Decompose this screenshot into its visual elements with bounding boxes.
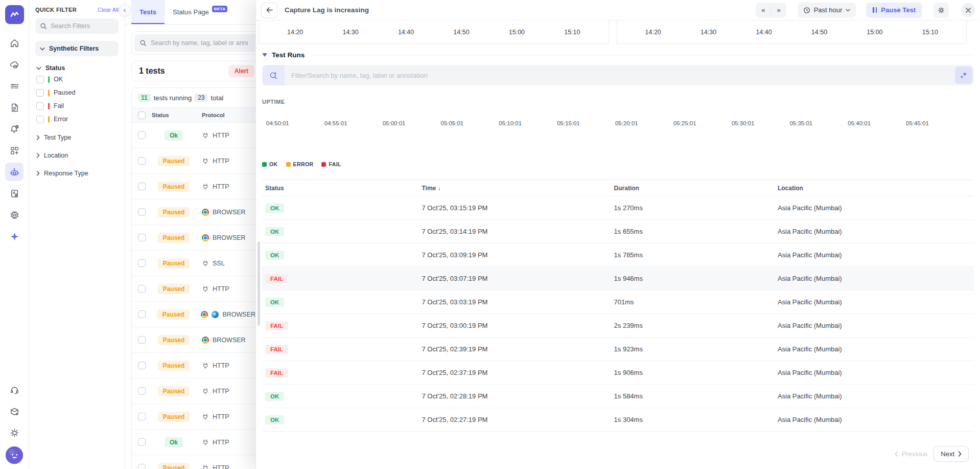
test-row[interactable]: Ok HTTP [132, 430, 262, 455]
test-protocol-label: HTTP [213, 362, 229, 369]
test-row[interactable]: Paused HTTP [132, 455, 262, 469]
run-row[interactable]: OK 7 Oct'25, 02:28:19 PM 1s 584ms Asia P… [262, 385, 974, 408]
test-row[interactable]: Paused HTTP [132, 404, 262, 430]
rail-item-logs[interactable] [5, 77, 24, 95]
pause-test-button[interactable]: Pause Test [866, 3, 922, 18]
tests-search-box[interactable] [134, 34, 259, 52]
test-row[interactable]: Paused BROWSER [132, 327, 262, 353]
row-checkbox[interactable] [138, 234, 146, 241]
tab-status-page[interactable]: Status Page BETA [165, 0, 236, 24]
collapse-filters-button[interactable]: ‹ [119, 4, 131, 16]
run-location: Asia Pacific (Mumbai) [775, 392, 974, 400]
rail-item-home[interactable] [5, 34, 24, 52]
ai-filter-button[interactable] [955, 66, 972, 84]
test-row[interactable]: Paused BROWSER [132, 225, 262, 251]
row-checkbox[interactable] [138, 362, 146, 369]
rail-item-documents[interactable] [5, 98, 24, 117]
alert-filter-badge[interactable]: Alert [228, 65, 254, 77]
rail-item-settings[interactable] [5, 423, 24, 442]
test-row[interactable]: Paused HTTP [132, 174, 262, 199]
tab-tests[interactable]: Tests [131, 0, 165, 24]
overlay-scrollbar-thumb[interactable] [258, 241, 260, 326]
rail-item-services[interactable] [5, 55, 24, 74]
row-checkbox[interactable] [138, 310, 146, 318]
filter-section-collapsed[interactable]: Location [35, 149, 119, 162]
status-option-row[interactable]: Paused [35, 86, 119, 99]
test-row[interactable]: Paused HTTP [132, 353, 262, 378]
run-row[interactable]: OK 7 Oct'25, 03:03:19 PM 701ms Asia Paci… [262, 291, 974, 314]
chart-panel-right[interactable]: 14:2014:3014:4014:5015:0015:10 [617, 20, 967, 44]
run-row[interactable]: OK 7 Oct'25, 02:27:19 PM 1s 304ms Asia P… [262, 408, 974, 432]
axis-tick: 15:00 [509, 29, 525, 36]
test-row[interactable]: Ok HTTP [132, 123, 262, 148]
rail-item-rum[interactable] [5, 184, 24, 203]
rail-item-ai-assistant[interactable] [5, 227, 24, 245]
shift-back-button[interactable]: « [756, 3, 771, 18]
test-settings-button[interactable] [934, 3, 949, 18]
rail-item-dashboards[interactable] [5, 141, 24, 160]
run-row[interactable]: OK 7 Oct'25, 03:14:19 PM 1s 655ms Asia P… [262, 220, 974, 243]
row-checkbox[interactable] [138, 208, 146, 216]
filter-section-collapsed[interactable]: Response Type [35, 167, 119, 180]
test-row[interactable]: Paused BROWSER [132, 199, 262, 225]
row-checkbox[interactable] [138, 464, 146, 469]
status-option-row[interactable]: OK [35, 73, 119, 86]
row-checkbox[interactable] [138, 413, 146, 420]
test-row[interactable]: Paused HTTP [132, 276, 262, 302]
row-checkbox[interactable] [138, 183, 146, 190]
run-row[interactable]: FAIL 7 Oct'25, 03:00:19 PM 2s 239ms Asia… [262, 314, 974, 338]
rail-item-alerts[interactable] [5, 120, 24, 138]
status-option-row[interactable]: Error [35, 113, 119, 126]
row-checkbox[interactable] [138, 259, 146, 267]
run-row[interactable]: OK 7 Oct'25, 03:15:19 PM 1s 270ms Asia P… [262, 196, 974, 220]
row-checkbox[interactable] [138, 285, 146, 293]
back-button[interactable] [261, 3, 277, 18]
rail-item-synthetic-monitoring[interactable] [5, 163, 24, 181]
filter-search-box[interactable] [35, 18, 119, 34]
chart-panel-left[interactable]: 14:2014:3014:4014:5015:0015:10 [259, 20, 609, 44]
tests-search-input[interactable] [151, 39, 248, 47]
select-all-checkbox[interactable] [138, 111, 146, 119]
shift-forward-button[interactable]: » [771, 3, 786, 18]
time-range-dropdown[interactable]: Past hour [798, 3, 856, 18]
run-row[interactable]: OK 7 Oct'25, 03:09:19 PM 1s 785ms Asia P… [262, 243, 974, 267]
status-checkbox[interactable] [36, 76, 44, 83]
run-row[interactable]: FAIL 7 Oct'25, 02:37:19 PM 1s 906ms Asia… [262, 361, 974, 385]
test-row[interactable]: Paused SSL [132, 251, 262, 276]
test-row[interactable]: Paused HTTP [132, 378, 262, 404]
runs-filter-input[interactable] [285, 72, 955, 79]
synthetic-filters-section[interactable]: Synthetic Filters [35, 41, 119, 56]
test-row[interactable]: Paused HTTP [132, 148, 262, 174]
status-checkbox[interactable] [36, 116, 44, 123]
test-status-badge: Paused [157, 309, 190, 320]
app-logo[interactable] [5, 5, 24, 24]
run-row[interactable]: FAIL 7 Oct'25, 02:39:19 PM 1s 923ms Asia… [262, 338, 974, 361]
column-time-sortable[interactable]: Time ↓ [418, 185, 611, 192]
run-row[interactable]: FAIL 7 Oct'25, 03:07:19 PM 1s 946ms Asia… [262, 267, 974, 291]
status-checkbox[interactable] [36, 102, 44, 110]
row-checkbox[interactable] [138, 157, 146, 165]
close-overlay-button[interactable] [961, 3, 975, 17]
rail-item-integrations[interactable] [5, 402, 24, 420]
collapse-triangle-icon[interactable] [262, 53, 267, 57]
run-time: 7 Oct'25, 02:37:19 PM [418, 369, 611, 376]
next-page-button[interactable]: Next [934, 446, 969, 462]
column-status: Status [152, 112, 196, 118]
rail-item-support[interactable] [5, 381, 24, 399]
row-checkbox[interactable] [138, 336, 146, 344]
filter-section-collapsed[interactable]: Test Type [35, 131, 119, 144]
run-location: Asia Pacific (Mumbai) [775, 345, 974, 353]
previous-page-button[interactable]: Previous [895, 450, 928, 458]
rail-item-infrastructure[interactable] [5, 206, 24, 224]
status-checkbox[interactable] [36, 89, 44, 97]
test-row[interactable]: Paused BROWSER [132, 302, 262, 327]
status-section[interactable]: Status [35, 63, 119, 73]
row-checkbox[interactable] [138, 438, 146, 446]
status-option-row[interactable]: Fail [35, 99, 119, 113]
clear-all-link[interactable]: Clear All [98, 7, 119, 13]
row-checkbox[interactable] [138, 131, 146, 139]
row-checkbox[interactable] [138, 387, 146, 395]
filter-search-input[interactable] [51, 23, 107, 30]
search-icon [40, 23, 47, 30]
user-avatar[interactable] [6, 446, 23, 464]
